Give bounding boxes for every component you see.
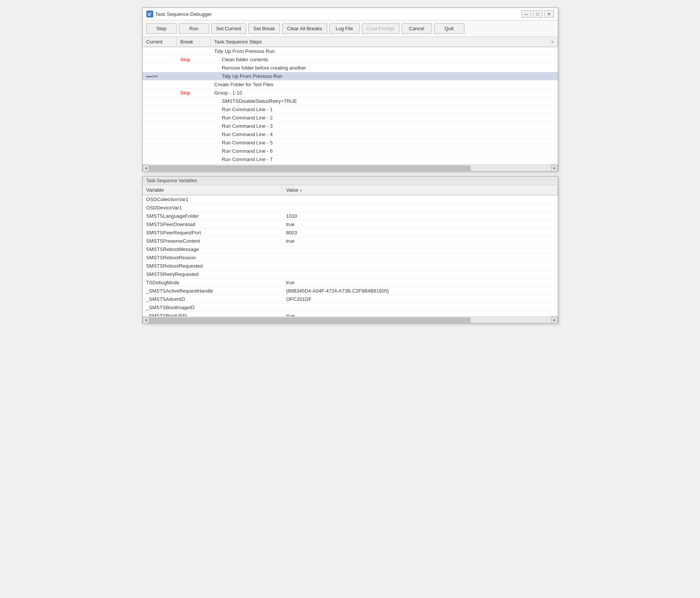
close-button[interactable]: ✕ <box>544 10 554 18</box>
cell-break: Stop <box>177 56 211 63</box>
var-hscroll-right-btn[interactable]: ▸ <box>551 317 558 324</box>
var-cell-name: _SMSTSAdvertID <box>143 296 282 303</box>
var-cell-value <box>282 207 558 209</box>
hscroll-track[interactable] <box>149 165 551 171</box>
list-item[interactable]: TSDebugModetrue <box>143 279 558 287</box>
hscroll-right-btn[interactable]: ▸ <box>551 165 558 172</box>
cell-steps: Run Command Line - 2 <box>211 114 558 121</box>
table-row[interactable]: Run Command Line - 7 <box>143 155 558 164</box>
quit-button[interactable]: Quit <box>434 23 464 34</box>
title-bar: Task Sequence Debugger — □ ✕ <box>143 8 558 20</box>
list-item[interactable]: SMSTSPeerDownloadtrue <box>143 220 558 229</box>
list-item[interactable]: SMSTSRebootMessage <box>143 245 558 254</box>
variables-hscroll[interactable]: ◂ ▸ <box>143 316 558 323</box>
list-item[interactable]: SMSTSRebootReason <box>143 254 558 262</box>
cell-break <box>177 84 211 85</box>
log-file-button[interactable]: Log File <box>329 23 360 34</box>
table-row[interactable]: Run Command Line - 1 <box>143 105 558 114</box>
cell-current <box>143 51 177 52</box>
cell-current <box>143 67 177 69</box>
variables-panel-header: Task Sequence Variables <box>143 177 558 185</box>
var-hscroll-left-btn[interactable]: ◂ <box>143 317 149 324</box>
list-item[interactable]: SMSTSRebootRequested <box>143 262 558 270</box>
steps-sort-arrow: ∧ <box>551 40 554 44</box>
list-item[interactable]: SMSTSPreserveContenttrue <box>143 237 558 245</box>
var-cell-value <box>282 249 558 250</box>
var-col-headers: Variable Value ∧ <box>143 185 558 195</box>
set-current-button[interactable]: Set Current <box>211 23 246 34</box>
variables-scroll-area[interactable]: OSDCollectionVar1OSDDeviceVar1SMSTSLangu… <box>143 195 558 316</box>
list-item[interactable]: _SMSTSBootImageID <box>143 304 558 312</box>
variables-window: Task Sequence Variables Variable Value ∧… <box>142 176 558 324</box>
col-header-steps: Task Sequence Steps ∧ <box>211 37 558 46</box>
cell-current <box>143 59 177 60</box>
table-row[interactable]: Remove folder before creating another <box>143 64 558 72</box>
app-icon <box>146 11 153 17</box>
list-item[interactable]: SMSTSRetryRequested <box>143 270 558 279</box>
cell-steps: Run Command Line - 7 <box>211 156 558 163</box>
hscroll-left-btn[interactable]: ◂ <box>143 165 149 172</box>
table-row[interactable]: SMSTSDisableStatusRetry=TRUE <box>143 97 558 105</box>
table-row[interactable]: StopClean folder contents <box>143 56 558 64</box>
var-col-header-value: Value ∧ <box>282 185 558 195</box>
var-cell-name: SMSTSRebootReason <box>143 254 282 261</box>
set-break-button[interactable]: Set Break <box>248 23 280 34</box>
var-cell-name: SMSTSRebootRequested <box>143 262 282 270</box>
hscroll-thumb <box>149 166 471 171</box>
var-cell-value: OPC201DF <box>282 296 558 303</box>
list-item[interactable]: OSDCollectionVar1 <box>143 195 558 204</box>
var-hscroll-track[interactable] <box>149 317 551 323</box>
var-cell-name: SMSTSPeerRequestPort <box>143 229 282 236</box>
cell-break <box>177 150 211 152</box>
step-button[interactable]: Step <box>146 23 177 34</box>
sequence-rows: Tidy Up From Previous RunStopClean folde… <box>143 47 558 164</box>
variables-table-container: Variable Value ∧ OSDCollectionVar1OSDDev… <box>143 185 558 323</box>
cell-break <box>177 109 211 110</box>
maximize-button[interactable]: □ <box>533 10 543 18</box>
sequence-hscroll[interactable]: ◂ ▸ <box>143 164 558 171</box>
cell-current <box>143 134 177 135</box>
title-bar-left: Task Sequence Debugger <box>146 11 212 17</box>
table-row[interactable]: Run Command Line - 6 <box>143 147 558 155</box>
table-row[interactable]: ==>>Tidy Up From Previous Run <box>143 72 558 81</box>
table-row[interactable]: Run Command Line - 4 <box>143 130 558 139</box>
var-hscroll-thumb <box>149 318 471 323</box>
table-row[interactable]: Create Folder for Test Files <box>143 81 558 89</box>
cell-current <box>143 92 177 94</box>
table-row[interactable]: Run Command Line - 2 <box>143 114 558 122</box>
cell-current <box>143 117 177 119</box>
list-item[interactable]: OSDDeviceVar1 <box>143 204 558 212</box>
cell-steps: Tidy Up From Previous Run <box>211 48 558 55</box>
svg-rect-2 <box>148 14 151 15</box>
table-row[interactable]: Run Command Line - 5 <box>143 139 558 147</box>
value-sort-arrow: ∧ <box>300 188 302 192</box>
cell-steps: Remove folder before creating another <box>211 64 558 71</box>
cell-break: Stop <box>177 89 211 96</box>
list-item[interactable]: _SMSTSAdvertIDOPC201DF <box>143 295 558 304</box>
var-cell-value: {86B345D4-A04F-4724-A73B-C2F8B4B81605} <box>282 287 558 294</box>
title-controls: — □ ✕ <box>522 10 554 18</box>
cell-break <box>177 101 211 102</box>
cancel-button[interactable]: Cancel <box>402 23 432 34</box>
toolbar: StepRunSet CurrentSet BreakClear All Bre… <box>143 20 558 37</box>
run-button[interactable]: Run <box>179 23 209 34</box>
cell-steps: Clean folder contents <box>211 56 558 63</box>
minimize-button[interactable]: — <box>522 10 531 18</box>
table-row[interactable]: StopGroup - 1-10 <box>143 89 558 97</box>
table-row[interactable]: Tidy Up From Previous Run <box>143 47 558 56</box>
sequence-scroll-area[interactable]: Tidy Up From Previous RunStopClean folde… <box>143 47 558 164</box>
cell-break <box>177 134 211 135</box>
var-cell-value: true <box>282 279 558 286</box>
cell-break <box>177 76 211 77</box>
var-cell-value <box>282 274 558 275</box>
table-row[interactable]: Run Command Line - 3 <box>143 122 558 130</box>
list-item[interactable]: _SMSTSBootUEFItrue <box>143 312 558 316</box>
list-item[interactable]: SMSTSPeerRequestPort8003 <box>143 229 558 237</box>
clear-all-breaks-button[interactable]: Clear All Breaks <box>282 23 327 34</box>
cell-steps: Create Folder for Test Files <box>211 81 558 88</box>
cell-break <box>177 125 211 127</box>
list-item[interactable]: _SMSTSActiveRequestHandle{86B345D4-A04F-… <box>143 287 558 295</box>
list-item[interactable]: SMSTSLanguageFolder1033 <box>143 212 558 220</box>
var-cell-name: _SMSTSBootUEFI <box>143 312 282 316</box>
cell-current <box>143 159 177 160</box>
